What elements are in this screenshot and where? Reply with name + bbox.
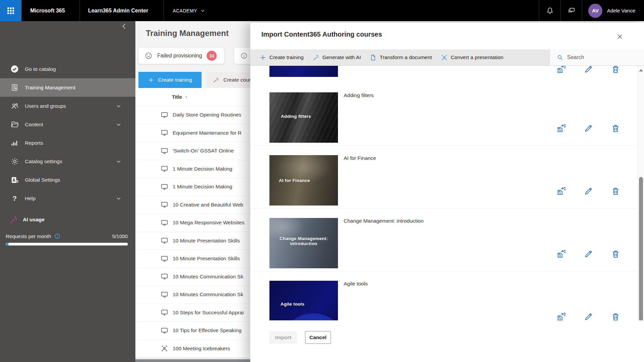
product-name[interactable]: Microsoft 365	[22, 8, 80, 14]
course-title: Agile tools	[344, 281, 368, 287]
import-course-button[interactable]	[557, 124, 566, 134]
scrollbar-thumb[interactable]	[639, 177, 643, 332]
avatar[interactable]: AV	[588, 4, 602, 18]
delete-course-button[interactable]	[611, 124, 620, 134]
thumbnail-caption: Adding filters	[281, 114, 311, 119]
sidebar-item-global-settings[interactable]: Global Settings	[0, 171, 135, 189]
sidebar-item-label: Reports	[25, 140, 43, 146]
chat-icon	[567, 7, 575, 15]
edit-course-button[interactable]	[584, 250, 593, 260]
save-import-icon	[557, 250, 566, 259]
failed-provisioning-card[interactable]: Failed provisioning 33	[138, 48, 224, 64]
requests-value: 5/1000	[112, 233, 128, 239]
training-title: 'Switch-On' GSSAT Online	[173, 148, 234, 154]
chevron-down-icon	[116, 159, 122, 165]
training-title: 10 Steps for Successful Apprai	[173, 310, 244, 316]
topbar-right: AV Adele Vance	[539, 0, 644, 21]
plus-icon	[148, 77, 154, 83]
pencil-icon	[584, 124, 593, 133]
catalog-check-icon	[10, 64, 19, 74]
sidebar-item-go-to-catalog[interactable]: Go to catalog	[0, 60, 135, 78]
requests-row: Requests per month 5/1000	[6, 232, 128, 240]
delete-course-button[interactable]	[611, 66, 620, 75]
edit-course-button[interactable]	[584, 124, 593, 134]
row-actions	[557, 187, 620, 197]
app-title[interactable]: Learn365 Admin Center	[80, 8, 164, 14]
edit-course-button[interactable]	[584, 66, 593, 75]
toolbar-convert-a-presentation-button[interactable]: Convert a presentation	[436, 49, 508, 65]
plus-icon	[259, 54, 266, 61]
feedback-button[interactable]	[561, 0, 582, 21]
training-title: 10 Minutes Communication Sk	[173, 291, 243, 298]
course-title: AI for Finance	[344, 155, 376, 161]
training-title: 1 Minute Decision Making	[173, 184, 232, 190]
sidebar-item-label: Users and groups	[25, 103, 66, 109]
monitor-icon	[161, 183, 168, 191]
toolbar-generate-with-ai-button[interactable]: Generate with AI	[308, 49, 366, 65]
info-icon[interactable]	[54, 233, 60, 239]
course-row-change-management-introduction[interactable]: Change Management: introductionChange Ma…	[250, 209, 638, 271]
toolbar-create-training-button[interactable]: Create training	[255, 49, 308, 65]
sidebar-collapse-button[interactable]	[119, 21, 129, 31]
delete-course-button[interactable]	[611, 250, 620, 260]
sidebar-item-help[interactable]: ?Help	[0, 189, 135, 208]
training-title: 10 Minute Presentation Skills	[173, 238, 240, 244]
training-title: 10 Creative and Beautiful Web	[173, 202, 243, 208]
search-input[interactable]	[567, 54, 634, 60]
search-box[interactable]	[550, 49, 644, 65]
import-course-button[interactable]	[557, 66, 566, 75]
top-bar: Microsoft 365 Learn365 Admin Center ACAD…	[0, 0, 644, 21]
ai-usage-label: AI usage	[23, 217, 45, 223]
chevron-left-icon	[120, 22, 128, 30]
import-course-button[interactable]	[557, 187, 566, 197]
sidebar-item-label: Content	[25, 122, 43, 128]
monitor-icon	[161, 165, 168, 173]
thumbnail-caption: AI for Finance	[279, 178, 310, 183]
create-training-button[interactable]: Create training	[138, 72, 202, 88]
sidebar-item-users-and-groups[interactable]: Users and groups	[0, 97, 135, 115]
training-title: 10 Minute Presentation Skills	[173, 256, 240, 262]
monitor-icon	[161, 219, 168, 227]
app-launcher-button[interactable]	[0, 0, 22, 21]
requests-label: Requests per month	[6, 233, 51, 239]
pencil-icon	[584, 187, 593, 196]
sidebar-item-label: Global Settings	[25, 177, 60, 183]
sidebar-item-training-management[interactable]: Training Management	[0, 78, 135, 97]
sort-ascending-icon: ↑	[185, 94, 188, 100]
import-panel: Import Content365 Authoring courses Crea…	[250, 23, 644, 362]
monitor-icon	[161, 255, 168, 263]
topbar-divider	[582, 0, 582, 21]
course-row-partial[interactable]	[250, 66, 638, 83]
sidebar-ai-usage[interactable]: AI usage	[9, 214, 45, 225]
notifications-button[interactable]	[539, 0, 560, 21]
title-column-label: Title	[172, 94, 182, 100]
sidebar-item-content[interactable]: Content	[0, 115, 135, 134]
course-thumbnail: Adding filters	[269, 92, 338, 143]
import-course-button[interactable]	[557, 250, 566, 260]
scroll-up-icon[interactable]	[639, 69, 643, 72]
search-icon	[557, 54, 563, 61]
wand-icon	[312, 54, 319, 61]
trash-icon	[611, 312, 620, 321]
user-name[interactable]: Adele Vance	[607, 8, 635, 13]
delete-course-button[interactable]	[611, 187, 620, 197]
topbar-left: Microsoft 365 Learn365 Admin Center ACAD…	[22, 0, 209, 21]
thumbnail-caption: Change Management: introduction	[269, 236, 338, 246]
bar-chart-icon	[10, 138, 19, 147]
import-button[interactable]: Import	[269, 331, 297, 344]
tenant-selector[interactable]: ACADEMY	[164, 8, 209, 13]
course-row-ai-for-finance[interactable]: AI for FinanceAI for Finance	[250, 146, 638, 209]
sidebar-item-reports[interactable]: Reports	[0, 134, 135, 152]
edit-course-button[interactable]	[584, 187, 593, 197]
document-icon	[370, 54, 377, 61]
training-title: 10 Tips for Effective Speaking	[173, 327, 242, 333]
help-icon: ?	[10, 194, 19, 203]
cancel-button[interactable]: Cancel	[305, 331, 331, 344]
sidebar-item-catalog-settings[interactable]: Catalog settings	[0, 152, 135, 171]
panel-toolbar-row: Create trainingGenerate with AITransform…	[250, 49, 644, 66]
training-management-icon	[10, 83, 19, 92]
course-row-adding-filters[interactable]: Adding filtersAdding filters	[250, 83, 638, 146]
panel-scrollbar[interactable]	[638, 66, 644, 343]
toolbar-transform-a-document-button[interactable]: Transform a document	[365, 49, 436, 65]
close-panel-button[interactable]	[615, 32, 625, 42]
